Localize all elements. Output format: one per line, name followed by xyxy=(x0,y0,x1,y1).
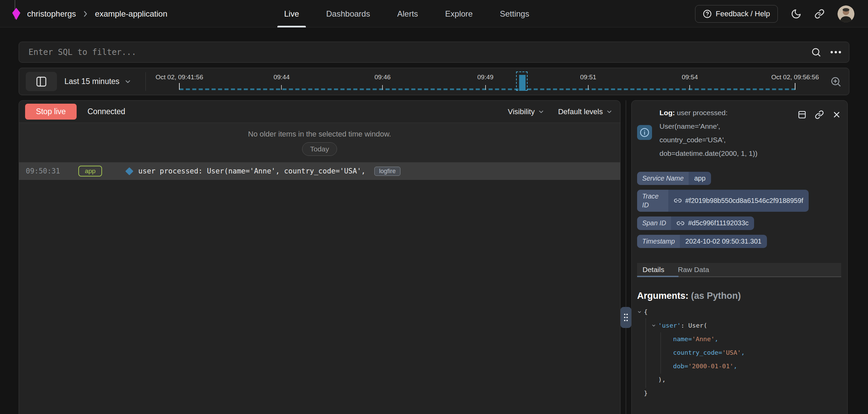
timeline-activity-dashes xyxy=(179,88,795,90)
logo-diamond-icon[interactable] xyxy=(12,8,20,20)
theme-toggle-moon-icon[interactable] xyxy=(791,8,802,19)
arguments-heading: Arguments: (as Python) xyxy=(637,291,841,301)
indent-guide xyxy=(646,318,646,388)
tab-live[interactable]: Live xyxy=(284,0,299,27)
code-line[interactable]: { xyxy=(637,305,841,319)
tab-settings[interactable]: Settings xyxy=(500,0,529,27)
time-range-bar: Last 15 minutes Oct 02, 09:41:56 09:44 0… xyxy=(19,68,849,95)
breadcrumb: christophergs example-application xyxy=(12,0,167,27)
tree-chevron-icon[interactable] xyxy=(651,323,658,328)
code-line[interactable]: ), xyxy=(637,373,841,387)
breadcrumb-project[interactable]: example-application xyxy=(95,9,167,19)
close-icon[interactable] xyxy=(832,110,841,119)
log-row-selected[interactable]: 09:50:31 app user processed: User(name='… xyxy=(19,162,620,180)
log-timestamp: 09:50:31 xyxy=(26,167,60,175)
timeline-tick-label: 09:44 xyxy=(274,74,290,81)
default-levels-dropdown[interactable]: Default levels xyxy=(558,107,613,116)
tab-details[interactable]: Details xyxy=(643,263,664,276)
drag-dots-icon xyxy=(623,313,629,322)
split-panel-icon[interactable] xyxy=(797,110,807,119)
timeline-tick xyxy=(689,85,690,90)
tree-chevron-icon[interactable] xyxy=(637,310,644,314)
timeline-tick xyxy=(382,85,383,90)
timeline-tick xyxy=(485,85,486,90)
field-span-id[interactable]: Span ID #d5c996f11192033c xyxy=(637,216,754,230)
stop-live-button[interactable]: Stop live xyxy=(25,104,77,120)
timeline-tick-label: Oct 02, 09:41:56 xyxy=(156,74,203,81)
chevron-down-icon xyxy=(538,108,545,115)
timeline-tick-label: 09:46 xyxy=(374,74,391,81)
panel-resize-handle[interactable] xyxy=(620,307,631,328)
link-icon xyxy=(674,196,682,205)
arguments-python-tree: { 'user': User( name='Anne', country_cod… xyxy=(637,305,841,400)
scope-badge[interactable]: logfire xyxy=(374,167,400,176)
ellipsis-menu-icon[interactable] xyxy=(830,50,842,54)
timeline-tick-label: Oct 02, 09:56:56 xyxy=(771,74,819,81)
info-circle-icon xyxy=(637,125,652,140)
breadcrumb-org[interactable]: christophergs xyxy=(27,9,76,19)
field-timestamp: Timestamp 2024-10-02 09:50:31.301 xyxy=(637,235,767,248)
details-title: Log: user processed: User(name='Anne', c… xyxy=(659,105,786,160)
metadata-fields: Service Name app Trace ID #f2019b98b550c… xyxy=(637,172,841,248)
live-header: Stop live Connected Visibility Default l… xyxy=(19,101,620,123)
time-range-selector[interactable]: Last 15 minutes xyxy=(64,68,132,95)
details-header: Log: user processed: User(name='Anne', c… xyxy=(637,105,841,160)
service-badge[interactable]: app xyxy=(78,166,102,177)
chevron-right-icon xyxy=(83,9,88,18)
timeline-tick xyxy=(588,85,589,90)
timeline-tick-label: 09:54 xyxy=(682,74,698,81)
code-line[interactable]: dob='2000-01-01', xyxy=(637,359,841,373)
code-line[interactable]: 'user': User( xyxy=(637,319,841,332)
tab-dashboards[interactable]: Dashboards xyxy=(326,0,370,27)
details-tab-bar: Details Raw Data xyxy=(637,263,841,277)
share-link-icon[interactable] xyxy=(814,9,825,19)
empty-window-message: No older items in the selected time wind… xyxy=(248,130,391,139)
today-button[interactable]: Today xyxy=(302,142,337,156)
timeline-activity-spike xyxy=(519,75,526,91)
chevron-down-icon xyxy=(124,78,132,85)
timeline-track[interactable]: Oct 02, 09:41:56 09:44 09:46 09:49 09:51… xyxy=(179,68,795,95)
link-icon xyxy=(676,219,685,227)
user-avatar[interactable] xyxy=(837,5,854,22)
panel-splitter-rail xyxy=(626,100,626,414)
visibility-dropdown[interactable]: Visibility xyxy=(508,107,545,116)
code-line[interactable]: } xyxy=(637,387,841,400)
tab-alerts[interactable]: Alerts xyxy=(397,0,418,27)
timeline-tick xyxy=(281,85,282,90)
tab-explore[interactable]: Explore xyxy=(445,0,473,27)
timeline-tick xyxy=(179,83,180,90)
indent-guide xyxy=(660,332,661,374)
nav-tabs: Live Dashboards Alerts Explore Settings xyxy=(284,0,529,27)
timeline-tick-label: 09:51 xyxy=(580,74,596,81)
sql-filter-bar xyxy=(19,42,849,63)
panel-left-toggle-icon[interactable] xyxy=(26,72,57,91)
chevron-down-icon xyxy=(606,108,613,115)
code-line[interactable]: name='Anne', xyxy=(637,332,841,346)
timeline-tick xyxy=(795,83,795,90)
connection-status: Connected xyxy=(87,107,125,116)
log-level-diamond-icon xyxy=(125,167,133,175)
permalink-icon[interactable] xyxy=(815,110,824,119)
divider xyxy=(145,72,146,91)
live-log-panel: Stop live Connected Visibility Default l… xyxy=(19,100,620,414)
timeline-tick-label: 09:49 xyxy=(477,74,494,81)
older-items-area: No older items in the selected time wind… xyxy=(19,123,620,162)
code-line[interactable]: country_code='USA', xyxy=(637,346,841,359)
zoom-in-icon[interactable] xyxy=(830,76,842,87)
top-nav: christophergs example-application Live D… xyxy=(0,0,868,27)
tab-raw-data[interactable]: Raw Data xyxy=(678,263,709,276)
log-message: user processed: User(name='Anne', countr… xyxy=(138,167,366,175)
field-service-name: Service Name app xyxy=(637,172,711,185)
log-list-empty-space xyxy=(19,180,620,414)
sql-filter-input[interactable] xyxy=(19,42,811,62)
help-circle-icon xyxy=(703,9,712,18)
feedback-help-button[interactable]: Feedback / Help xyxy=(695,5,778,23)
details-actions xyxy=(797,105,841,119)
field-trace-id[interactable]: Trace ID #f2019b98b550cd8a61546c2f918895… xyxy=(637,190,809,212)
nav-right: Feedback / Help xyxy=(695,0,854,27)
log-details-panel: Log: user processed: User(name='Anne', c… xyxy=(631,100,848,414)
search-icon[interactable] xyxy=(811,47,821,57)
